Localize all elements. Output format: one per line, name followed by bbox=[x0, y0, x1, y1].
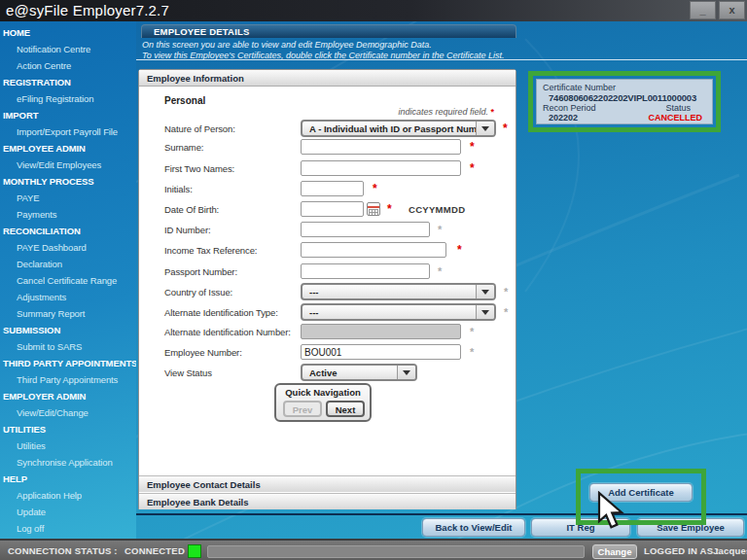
field-label: ID Number: bbox=[164, 225, 211, 235]
accordion-employee-information[interactable]: Employee Information bbox=[139, 70, 516, 87]
field-label: Nature of Person: bbox=[164, 123, 235, 134]
alternate-identification-type-dropdown[interactable]: --- bbox=[301, 303, 496, 321]
next-button[interactable]: Next bbox=[326, 401, 365, 417]
field-label: Initials: bbox=[164, 184, 193, 194]
sidebar-item-efiling-registration[interactable]: eFiling Registration bbox=[17, 93, 136, 105]
optional-marker: * bbox=[438, 224, 442, 235]
quick-navigation-box: Quick Navigation Prev Next bbox=[274, 383, 372, 422]
field-label: Passport Number: bbox=[164, 266, 237, 277]
title-bar: e@syFile Employer7.2.7 _ x bbox=[0, 0, 747, 21]
field-row-country-of-issue: Country of Issue: --- * bbox=[139, 284, 517, 301]
country-of-issue-dropdown[interactable]: --- bbox=[301, 283, 496, 300]
optional-marker: * bbox=[504, 286, 508, 298]
required-marker: * bbox=[490, 107, 494, 117]
sidebar-item-cancel-certificate-range[interactable]: Cancel Certificate Range bbox=[17, 275, 136, 287]
sidebar-item-third-party-appointments[interactable]: Third Party Appointments bbox=[17, 374, 136, 386]
field-row-date-of-birth: Date Of Birth: * CCYYMMDD bbox=[139, 201, 517, 219]
sidebar-item-application-help[interactable]: Application Help bbox=[17, 490, 136, 502]
sidebar-item-synchronise-application[interactable]: Synchronise Application bbox=[17, 457, 136, 469]
sidebar-item-summary-report[interactable]: Summary Report bbox=[17, 308, 136, 320]
required-marker: * bbox=[470, 141, 475, 153]
prev-button[interactable]: Prev bbox=[283, 401, 322, 417]
recon-period-label: Recon Period bbox=[543, 103, 596, 113]
required-marker: * bbox=[457, 244, 462, 256]
field-row-employee-number: Employee Number: * bbox=[139, 344, 517, 362]
sidebar-section-submission: SUBMISSION bbox=[3, 325, 136, 336]
sidebar-section-import: IMPORT bbox=[3, 110, 136, 122]
field-label: View Status bbox=[164, 368, 212, 378]
nature-of-person-dropdown[interactable]: A - Individual with ID or Passport Numb bbox=[301, 120, 496, 137]
field-row-passport-number: Passport Number: * bbox=[139, 263, 517, 281]
sidebar-section-utilities: UTILITIES bbox=[3, 424, 136, 436]
sidebar-item-paye[interactable]: PAYE bbox=[17, 192, 136, 204]
status-badge: CANCELLED bbox=[649, 113, 703, 122]
sidebar-item-update[interactable]: Update bbox=[17, 507, 136, 518]
required-note-text: indicates required field. bbox=[398, 107, 488, 117]
required-marker: * bbox=[387, 203, 392, 215]
sidebar-section-registration: REGISTRATION bbox=[3, 77, 136, 88]
field-row-id-number: ID Number: * bbox=[139, 222, 517, 239]
sidebar-item-notification-centre[interactable]: Notification Centre bbox=[17, 44, 136, 55]
sidebar-nav: HOME Notification Centre Action Centre R… bbox=[0, 21, 136, 539]
accordion-employee-bank-details[interactable]: Employee Bank Details bbox=[139, 493, 516, 509]
sidebar-section-employer-admin: EMPLOYER ADMIN bbox=[3, 391, 136, 402]
first-two-names-input[interactable] bbox=[301, 160, 461, 176]
page-description-line1: On this screen you are able to view and … bbox=[142, 40, 432, 50]
accordion-employee-contact-details[interactable]: Employee Contact Details bbox=[139, 475, 516, 492]
required-marker: * bbox=[470, 162, 475, 174]
recon-period-value: 202202 bbox=[549, 113, 578, 122]
sidebar-item-view-edit-employees[interactable]: View/Edit Employees bbox=[17, 159, 136, 171]
income-tax-reference-input[interactable] bbox=[301, 242, 446, 258]
sidebar-item-submit-to-sars[interactable]: Submit to SARS bbox=[17, 341, 136, 353]
sidebar-item-adjustments[interactable]: Adjustments bbox=[17, 292, 136, 303]
dropdown-arrow-icon[interactable] bbox=[476, 122, 494, 135]
change-user-button[interactable]: Change bbox=[592, 544, 637, 559]
sidebar-item-import-export-payroll-file[interactable]: Import/Export Payroll File bbox=[17, 126, 136, 138]
calendar-icon[interactable] bbox=[367, 202, 380, 216]
app-title: e@syFile Employer7.2.7 bbox=[6, 2, 169, 18]
surname-input[interactable] bbox=[301, 139, 461, 155]
field-row-initials: Initials: * bbox=[139, 181, 517, 198]
required-marker: * bbox=[373, 183, 377, 194]
logged-in-user: Jacques bbox=[713, 545, 747, 556]
sidebar-item-view-edit-change[interactable]: View/Edit/Change bbox=[17, 407, 136, 419]
field-label: Alternate Identification Number: bbox=[164, 327, 291, 337]
field-row-alternate-identification-type: Alternate Identification Type: --- * bbox=[139, 304, 517, 322]
employee-number-input[interactable] bbox=[301, 344, 461, 360]
sidebar-section-home: HOME bbox=[3, 27, 136, 39]
field-row-alternate-identification-number: Alternate Identification Number: * bbox=[139, 324, 517, 341]
status-bar: CONNECTION STATUS : CONNECTED Change LOG… bbox=[0, 539, 747, 560]
id-number-input[interactable] bbox=[301, 222, 430, 237]
field-label: Country of Issue: bbox=[164, 287, 232, 298]
connection-status-label: CONNECTION STATUS : bbox=[8, 545, 118, 556]
sidebar-item-log-off[interactable]: Log off bbox=[17, 523, 136, 535]
dropdown-arrow-icon[interactable] bbox=[476, 305, 494, 319]
sidebar-item-paye-dashboard[interactable]: PAYE Dashboard bbox=[17, 242, 136, 254]
dropdown-value: --- bbox=[302, 285, 476, 298]
passport-number-input[interactable] bbox=[301, 263, 430, 279]
dropdown-arrow-icon[interactable] bbox=[476, 285, 494, 298]
sidebar-item-action-centre[interactable]: Action Centre bbox=[17, 60, 136, 72]
field-row-surname: Surname: * bbox=[139, 139, 517, 157]
certificate-list-item[interactable]: Certificate Number 7460806062202202VIPL0… bbox=[536, 79, 713, 124]
certificate-number-label: Certificate Number bbox=[543, 83, 616, 92]
view-status-dropdown[interactable]: Active bbox=[301, 364, 417, 381]
status-label: Status bbox=[665, 103, 691, 113]
employee-information-panel: Employee Information Personal indicates … bbox=[138, 69, 516, 509]
sidebar-item-declaration[interactable]: Declaration bbox=[17, 259, 136, 270]
date-of-birth-input[interactable] bbox=[301, 201, 364, 217]
initials-input[interactable] bbox=[301, 181, 364, 196]
dropdown-value: --- bbox=[302, 305, 476, 319]
certificate-highlight-box: Certificate Number 7460806062202202VIPL0… bbox=[528, 71, 721, 132]
certificate-number-value: 7460806062202202VIPL0011000003 bbox=[549, 92, 696, 103]
minimize-button[interactable]: _ bbox=[690, 1, 716, 19]
sidebar-item-utilities[interactable]: Utilities bbox=[17, 440, 136, 452]
sidebar-item-payments[interactable]: Payments bbox=[17, 209, 136, 221]
mouse-cursor bbox=[597, 491, 626, 532]
close-button[interactable]: x bbox=[719, 1, 745, 19]
back-to-view-edit-button[interactable]: Back to View/Edit bbox=[422, 518, 525, 537]
field-row-income-tax-reference: Income Tax Reference: * bbox=[139, 242, 517, 260]
dropdown-arrow-icon[interactable] bbox=[397, 366, 415, 379]
sidebar-section-reconciliation: RECONCILIATION bbox=[3, 226, 136, 237]
sidebar-section-employee-admin: EMPLOYEE ADMIN bbox=[3, 143, 136, 155]
